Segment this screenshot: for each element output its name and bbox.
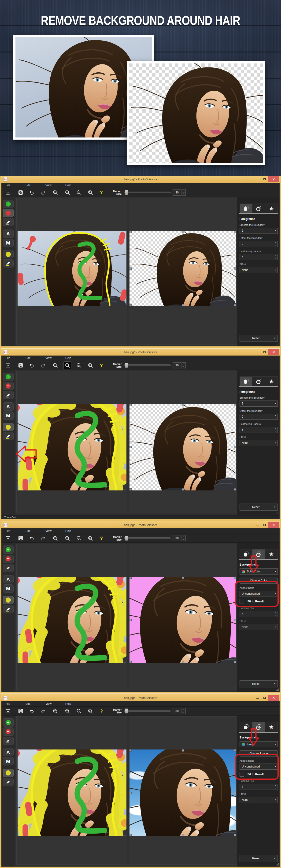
step-up-icon[interactable]	[182, 363, 185, 366]
resize-handle[interactable]	[182, 661, 184, 663]
background-type-select[interactable]: Solid Color	[240, 568, 278, 575]
marker-size-stepper[interactable]	[182, 189, 186, 195]
result-image[interactable]	[129, 404, 236, 491]
resize-handle[interactable]	[129, 749, 132, 752]
resize-grip-icon[interactable]	[276, 511, 279, 515]
offset-boundary-input[interactable]: 0	[240, 414, 278, 420]
padding-input[interactable]: 5	[240, 784, 278, 790]
chevron-down-icon[interactable]	[273, 569, 278, 574]
stepper-icon[interactable]	[274, 427, 278, 433]
marker-size-value[interactable]: 30	[173, 535, 182, 541]
foreground-marker-tool[interactable]: +	[3, 373, 13, 381]
stepper-icon[interactable]	[274, 611, 278, 617]
save-button[interactable]	[17, 707, 24, 715]
menu-view[interactable]: View	[45, 184, 61, 187]
minimize-button[interactable]	[254, 522, 261, 527]
resize-handle[interactable]	[234, 749, 236, 752]
zoom-out-button[interactable]	[64, 362, 71, 369]
tab-foreground[interactable]	[240, 377, 252, 386]
foreground-marker-tool[interactable]: +	[3, 546, 13, 554]
menu-view[interactable]: View	[45, 356, 61, 360]
effect-select[interactable]: None	[240, 624, 278, 630]
stepper-icon[interactable]	[274, 254, 278, 260]
marker-size-stepper[interactable]	[182, 535, 186, 541]
eraser-tool[interactable]	[3, 564, 13, 572]
tab-foreground[interactable]	[240, 204, 252, 213]
resize-handle[interactable]	[182, 577, 184, 579]
resize-handle[interactable]	[129, 304, 132, 306]
reset-button[interactable]: Reset	[240, 855, 278, 862]
resize-handle[interactable]	[129, 661, 132, 663]
chevron-down-icon[interactable]	[273, 624, 278, 630]
feathering-radius-input[interactable]: 5	[240, 254, 278, 260]
menu-help[interactable]: Help	[65, 184, 81, 187]
resize-handle[interactable]	[234, 488, 236, 491]
actual-size-button[interactable]: 1:1	[75, 189, 83, 196]
zoom-in-button[interactable]	[52, 707, 59, 715]
slider-handle[interactable]	[125, 363, 128, 368]
tab-effects[interactable]: ★	[265, 550, 278, 559]
help-button[interactable]: ?	[98, 534, 105, 542]
fit-to-view-button[interactable]	[87, 362, 94, 369]
stepper-icon[interactable]	[274, 414, 278, 420]
menu-view[interactable]: View	[45, 702, 61, 706]
auto-mode-tool[interactable]: A	[3, 748, 13, 756]
effect-select[interactable]: None	[240, 267, 278, 273]
zoom-out-button[interactable]	[64, 707, 71, 715]
tab-background[interactable]	[252, 204, 265, 213]
chevron-down-icon[interactable]	[273, 267, 278, 273]
effect-select[interactable]: None	[240, 440, 278, 446]
menu-help[interactable]: Help	[65, 356, 81, 360]
undo-button[interactable]	[28, 362, 35, 369]
marker-size-value[interactable]: 30	[173, 189, 182, 195]
foreground-marker-tool[interactable]: +	[3, 200, 13, 208]
zoom-out-button[interactable]	[64, 534, 71, 542]
zoom-in-button[interactable]	[52, 534, 59, 542]
resize-handle[interactable]	[234, 577, 236, 579]
padding-input[interactable]: 5	[240, 611, 278, 617]
source-image[interactable]	[18, 404, 126, 491]
hair-marker-tool[interactable]	[3, 423, 13, 431]
background-marker-tool[interactable]: −	[3, 382, 13, 390]
redo-button[interactable]	[40, 707, 47, 715]
result-image[interactable]	[129, 749, 236, 836]
resize-handle[interactable]	[129, 404, 132, 406]
tab-effects[interactable]: ★	[265, 204, 278, 213]
source-image-panel[interactable]	[17, 198, 127, 344]
zoom-in-button[interactable]	[52, 362, 59, 369]
smooth-boundary-select[interactable]: 2	[240, 228, 278, 234]
source-image-panel[interactable]	[17, 371, 127, 514]
actual-size-button[interactable]: 1:1	[75, 534, 83, 542]
hair-eraser-tool[interactable]	[3, 778, 13, 786]
resize-handle[interactable]	[129, 268, 132, 270]
undo-button[interactable]	[28, 707, 35, 715]
aspect-ratio-select[interactable]: Unconstrained	[240, 591, 278, 597]
open-button[interactable]	[4, 189, 12, 196]
chevron-down-icon[interactable]	[273, 228, 278, 234]
resize-handle[interactable]	[182, 404, 184, 406]
open-button[interactable]	[4, 707, 12, 715]
step-down-icon[interactable]	[182, 711, 185, 714]
manual-mode-tool[interactable]: M	[3, 239, 13, 247]
source-image[interactable]	[18, 577, 126, 663]
resize-handle[interactable]	[129, 834, 132, 836]
open-button[interactable]	[4, 534, 12, 542]
minimize-button[interactable]	[254, 349, 261, 354]
step-up-icon[interactable]	[182, 535, 185, 538]
fit-to-view-button[interactable]	[87, 534, 94, 542]
resize-grip-icon[interactable]	[276, 688, 279, 691]
resize-handle[interactable]	[182, 834, 184, 836]
reset-button[interactable]: Reset	[240, 503, 278, 510]
manual-mode-tool[interactable]: M	[3, 757, 13, 766]
resize-handle[interactable]	[182, 231, 184, 233]
change-background-button[interactable]: Change Image	[240, 750, 278, 756]
chevron-down-icon[interactable]	[273, 742, 278, 747]
menu-help[interactable]: Help	[65, 702, 81, 706]
reset-button[interactable]: Reset	[240, 335, 278, 342]
resize-handle[interactable]	[182, 488, 184, 491]
manual-mode-tool[interactable]: M	[3, 411, 13, 420]
result-image[interactable]	[129, 231, 236, 306]
zoom-in-button[interactable]	[52, 189, 59, 196]
resize-handle[interactable]	[234, 661, 236, 663]
chevron-down-icon[interactable]	[273, 797, 278, 803]
